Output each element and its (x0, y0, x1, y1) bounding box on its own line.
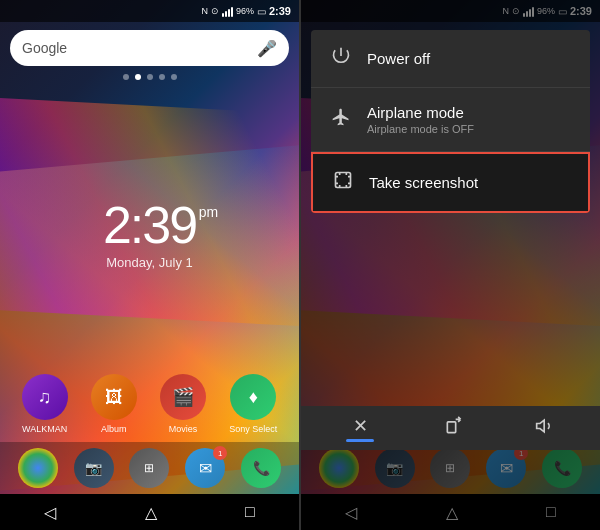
album-icon: 🖼 (91, 374, 137, 420)
clock-time: 2:39 (103, 196, 196, 254)
screenshot-text: Take screenshot (369, 174, 570, 191)
dot-5 (171, 74, 177, 80)
messages-badge: 1 (213, 446, 227, 460)
power-off-text: Power off (367, 50, 572, 67)
movies-label: Movies (169, 424, 198, 434)
dot-3 (147, 74, 153, 80)
nav-bar: ◁ △ □ (0, 494, 299, 530)
bar4 (231, 7, 233, 17)
airplane-icon (329, 107, 353, 132)
airplane-mode-title: Airplane mode (367, 104, 572, 121)
airplane-mode-item[interactable]: Airplane mode Airplane mode is OFF (311, 88, 590, 152)
right-phone: N ⊙ 96% ▭ 2:39 Google 🎤 (301, 0, 600, 530)
google-search-bar[interactable]: Google 🎤 (10, 30, 289, 66)
battery-icon: ▭ (257, 6, 266, 17)
app-sony-select[interactable]: ♦ Sony Select (229, 374, 277, 434)
clock-area: 2:39 pm Monday, July 1 (0, 82, 299, 366)
app-movies[interactable]: 🎬 Movies (160, 374, 206, 434)
app-grid: ♫ WALKMAN 🖼 Album 🎬 Movies ♦ Sony Select (0, 366, 299, 442)
bar3 (228, 9, 230, 17)
sony-select-icon: ♦ (230, 374, 276, 420)
battery-percent: 96% (236, 6, 254, 16)
signal-bars (222, 5, 233, 17)
bar2 (225, 11, 227, 17)
movies-icon: 🎬 (160, 374, 206, 420)
dot-4 (159, 74, 165, 80)
app-walkman[interactable]: ♫ WALKMAN (22, 374, 68, 434)
recent-button[interactable]: □ (245, 503, 255, 521)
app-album[interactable]: 🖼 Album (91, 374, 137, 434)
rotate-toggle[interactable] (444, 416, 464, 441)
airplane-mode-text: Airplane mode Airplane mode is OFF (367, 104, 572, 135)
clock-date: Monday, July 1 (106, 255, 192, 270)
volume-icon (535, 416, 555, 441)
power-off-item[interactable]: Power off (311, 30, 590, 88)
clock-ampm: pm (199, 204, 218, 220)
svg-rect-9 (448, 421, 456, 432)
take-screenshot-title: Take screenshot (369, 174, 570, 191)
volume-toggle[interactable] (535, 416, 555, 441)
bluetooth-icon: ✕ (353, 415, 368, 437)
nfc-icon: N (201, 6, 208, 16)
dock-messages[interactable]: ✉ 1 (185, 448, 225, 488)
album-label: Album (101, 424, 127, 434)
left-phone: N ⊙ 96% ▭ 2:39 Google 🎤 (0, 0, 299, 530)
svg-rect-0 (336, 173, 351, 188)
dock-chrome[interactable] (18, 448, 58, 488)
bar1 (222, 13, 224, 17)
quick-settings: ✕ (301, 406, 600, 450)
rotate-icon (444, 416, 464, 441)
bluetooth-toggle[interactable]: ✕ (346, 415, 374, 442)
google-logo: Google (22, 40, 67, 56)
dock-camera[interactable]: 📷 (74, 448, 114, 488)
power-menu: Power off Airplane mode Airplane mode is… (311, 30, 590, 213)
messages-icon: ✉ (199, 459, 212, 478)
walkman-icon: ♫ (22, 374, 68, 420)
power-off-icon (329, 46, 353, 71)
dot-1 (123, 74, 129, 80)
airplane-mode-subtitle: Airplane mode is OFF (367, 123, 572, 135)
status-bar: N ⊙ 96% ▭ 2:39 (0, 0, 299, 22)
walkman-label: WALKMAN (22, 424, 67, 434)
bluetooth-indicator (346, 439, 374, 442)
take-screenshot-item[interactable]: Take screenshot (311, 152, 590, 213)
wifi-icon: ⊙ (211, 6, 219, 16)
dock-apps[interactable]: ⊞ (129, 448, 169, 488)
status-icons: N ⊙ 96% ▭ 2:39 (201, 5, 291, 17)
screenshot-icon (331, 170, 355, 195)
mic-icon[interactable]: 🎤 (257, 39, 277, 58)
power-off-title: Power off (367, 50, 572, 67)
status-time: 2:39 (269, 5, 291, 17)
power-menu-overlay: Power off Airplane mode Airplane mode is… (301, 0, 600, 530)
phones-container: N ⊙ 96% ▭ 2:39 Google 🎤 (0, 0, 600, 530)
bottom-dock: 📷 ⊞ ✉ 1 📞 (0, 442, 299, 494)
svg-marker-10 (536, 420, 544, 432)
back-button[interactable]: ◁ (44, 503, 56, 522)
dot-2 (135, 74, 141, 80)
sony-select-label: Sony Select (229, 424, 277, 434)
page-dots (0, 72, 299, 82)
home-button[interactable]: △ (145, 503, 157, 522)
dock-phone[interactable]: 📞 (241, 448, 281, 488)
